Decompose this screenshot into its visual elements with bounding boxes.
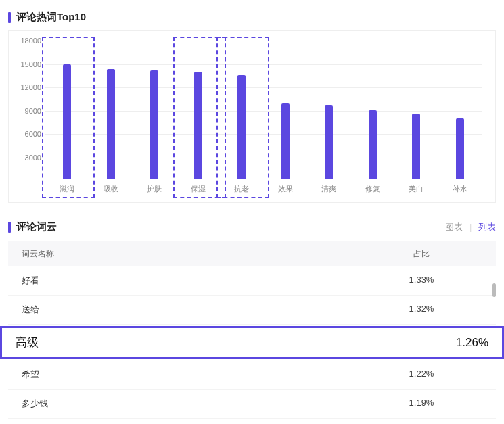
bar[interactable] xyxy=(369,110,377,179)
td-name: 好看 xyxy=(22,275,361,287)
td-pct: 1.32% xyxy=(361,304,482,316)
x-tick-label: 美白 xyxy=(396,184,436,194)
accent-bar-icon xyxy=(8,12,11,23)
td-name: 送给 xyxy=(22,304,361,316)
td-pct: 1.19% xyxy=(361,398,482,410)
th-pct: 占比 xyxy=(361,248,482,260)
y-tick-label: 6000 xyxy=(14,130,41,138)
table-header: 词云名称 占比 xyxy=(8,241,496,266)
section-title-cloud: 评论词云 xyxy=(8,220,57,233)
td-name: 多少钱 xyxy=(22,398,361,410)
table-row[interactable]: 希望1.22% xyxy=(8,360,496,390)
td-pct: 1.22% xyxy=(361,369,482,381)
bar[interactable] xyxy=(325,105,333,179)
accent-bar-icon xyxy=(8,222,11,233)
y-tick-label: 3000 xyxy=(14,154,41,162)
table-row-highlighted[interactable]: 高级1.26% xyxy=(0,326,504,359)
y-tick-label: 9000 xyxy=(14,107,41,115)
x-tick-label: 清爽 xyxy=(309,184,348,194)
tab-list[interactable]: 列表 xyxy=(478,222,496,232)
x-tick-label: 滋润 xyxy=(47,184,87,194)
td-name: 高级 xyxy=(16,335,456,350)
th-name: 词云名称 xyxy=(22,248,361,260)
bar[interactable] xyxy=(456,118,464,179)
tab-chart[interactable]: 图表 xyxy=(445,222,463,232)
bar[interactable] xyxy=(194,72,202,179)
x-tick-label: 护肤 xyxy=(135,184,174,194)
td-pct: 1.33% xyxy=(361,275,482,287)
bar[interactable] xyxy=(237,75,246,179)
bar-chart: 300060009000120001500018000滋润吸收护肤保湿抗老效果清… xyxy=(8,30,496,203)
scrollbar-icon[interactable] xyxy=(492,283,496,297)
bar[interactable] xyxy=(63,64,71,179)
x-tick-label: 效果 xyxy=(266,184,305,194)
table-row[interactable]: 送给1.32% xyxy=(8,296,496,325)
section-title-text: 评论词云 xyxy=(16,220,57,233)
y-tick-label: 12000 xyxy=(14,83,41,91)
view-tabs: 图表 | 列表 xyxy=(445,221,496,233)
x-tick-label: 修复 xyxy=(353,184,392,194)
td-name: 希望 xyxy=(22,369,361,381)
bar[interactable] xyxy=(107,69,115,179)
bar[interactable] xyxy=(150,70,158,179)
bar[interactable] xyxy=(281,103,290,179)
x-tick-label: 抗老 xyxy=(222,184,261,194)
x-tick-label: 保湿 xyxy=(179,184,218,194)
bar[interactable] xyxy=(412,114,420,179)
x-tick-label: 吸收 xyxy=(91,184,131,194)
section-title-text: 评论热词Top10 xyxy=(16,11,86,24)
table-row[interactable]: 多少钱1.19% xyxy=(8,390,496,419)
td-pct: 1.26% xyxy=(456,336,488,350)
section-title-top10: 评论热词Top10 xyxy=(8,11,496,24)
y-tick-label: 15000 xyxy=(14,60,41,68)
tab-separator: | xyxy=(469,222,472,232)
y-tick-label: 18000 xyxy=(14,37,41,45)
word-cloud-table: 词云名称 占比 好看1.33%送给1.32%高级1.26%希望1.22%多少钱1… xyxy=(8,241,496,419)
x-tick-label: 补水 xyxy=(440,184,480,194)
table-row[interactable]: 好看1.33% xyxy=(8,266,496,296)
